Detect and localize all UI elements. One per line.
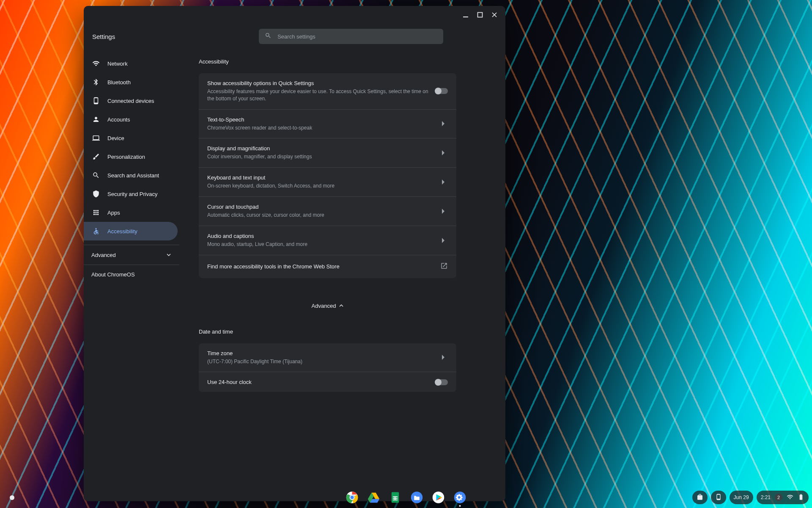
- row-title: Find more accessibility tools in the Chr…: [207, 263, 340, 270]
- sidebar-item-about[interactable]: About ChromeOS: [84, 265, 179, 284]
- row-keyboard-text-input[interactable]: Keyboard and text input On-screen keyboa…: [199, 168, 456, 197]
- sidebar-advanced-toggle[interactable]: Advanced: [84, 245, 179, 265]
- section-title-accessibility: Accessibility: [199, 58, 456, 65]
- accessibility-icon: [92, 227, 100, 235]
- advanced-section-toggle[interactable]: Advanced: [199, 303, 456, 309]
- apps-icon: [92, 209, 100, 216]
- row-title: Text-to-Speech: [207, 116, 312, 123]
- launcher-button[interactable]: [5, 491, 19, 504]
- row-title: Time zone: [207, 350, 302, 356]
- sidebar-item-accounts[interactable]: Accounts: [84, 110, 178, 129]
- chevron-right-icon: [439, 178, 448, 186]
- sidebar-item-label: Accessibility: [107, 228, 137, 235]
- app-google-drive[interactable]: [367, 491, 381, 504]
- chevron-up-icon: [339, 303, 343, 309]
- search-input[interactable]: [277, 33, 437, 40]
- sidebar-about-label: About ChromeOS: [91, 271, 135, 278]
- settings-main: Accessibility Show accessibility options…: [179, 49, 505, 501]
- launcher-icon: [10, 495, 14, 500]
- search-icon: [92, 171, 100, 179]
- svg-rect-1: [478, 13, 483, 17]
- window-maximize-button[interactable]: [476, 11, 484, 19]
- window-close-button[interactable]: [490, 11, 499, 19]
- row-subtitle: Automatic clicks, cursor size, cursor co…: [207, 212, 324, 219]
- search-bar[interactable]: [259, 29, 443, 44]
- app-settings[interactable]: [453, 491, 467, 504]
- row-subtitle: Accessibility features make your device …: [207, 88, 431, 102]
- shield-icon: [92, 190, 100, 198]
- sidebar-item-label: Device: [107, 135, 124, 141]
- row-show-accessibility-options[interactable]: Show accessibility options in Quick Sett…: [199, 73, 456, 110]
- row-chrome-webstore-link[interactable]: Find more accessibility tools in the Chr…: [199, 255, 456, 278]
- sidebar-advanced-label: Advanced: [91, 252, 116, 258]
- battery-icon: [798, 494, 804, 502]
- notification-badge: 2: [775, 494, 782, 501]
- app-play-store[interactable]: [432, 491, 445, 504]
- accessibility-card: Show accessibility options in Quick Sett…: [199, 73, 456, 278]
- app-chrome[interactable]: [346, 491, 359, 504]
- wifi-icon: [787, 494, 793, 502]
- settings-header: Settings: [84, 24, 505, 49]
- svg-point-2: [96, 228, 97, 229]
- sidebar-item-bluetooth[interactable]: Bluetooth: [84, 73, 178, 91]
- sidebar-item-search-assistant[interactable]: Search and Assistant: [84, 166, 178, 185]
- sidebar-item-accessibility[interactable]: Accessibility: [84, 222, 178, 240]
- row-display-magnification[interactable]: Display and magnification Color inversio…: [199, 138, 456, 168]
- toggle-show-accessibility[interactable]: [435, 88, 448, 94]
- person-icon: [92, 116, 100, 123]
- sidebar-item-network[interactable]: Network: [84, 54, 178, 73]
- external-link-icon: [440, 262, 448, 271]
- shelf-pinned-apps: [346, 491, 467, 504]
- tray-calendar[interactable]: Jun 29: [730, 491, 753, 504]
- bluetooth-icon: [92, 78, 100, 86]
- tray-phone-hub[interactable]: [711, 491, 726, 504]
- row-title: Cursor and touchpad: [207, 204, 324, 210]
- toggle-24h-clock[interactable]: [435, 379, 448, 385]
- phone-icon: [92, 97, 100, 105]
- row-subtitle: ChromeVox screen reader and select-to-sp…: [207, 124, 312, 132]
- time-label: 2:21: [761, 494, 771, 500]
- row-text-to-speech[interactable]: Text-to-Speech ChromeVox screen reader a…: [199, 110, 456, 139]
- datetime-card: Time zone (UTC-7:00) Pacific Daylight Ti…: [199, 343, 456, 392]
- row-cursor-touchpad[interactable]: Cursor and touchpad Automatic clicks, cu…: [199, 197, 456, 226]
- advanced-label: Advanced: [312, 303, 336, 309]
- chevron-right-icon: [439, 353, 448, 362]
- row-24h-clock[interactable]: Use 24-hour clock: [199, 372, 456, 392]
- row-timezone[interactable]: Time zone (UTC-7:00) Pacific Daylight Ti…: [199, 343, 456, 373]
- settings-body: Network Bluetooth Connected devices Acco…: [84, 49, 505, 501]
- sidebar-item-label: Personalization: [107, 154, 145, 160]
- app-title: Settings: [92, 33, 115, 40]
- sidebar-item-connected-devices[interactable]: Connected devices: [84, 91, 178, 110]
- sidebar-item-device[interactable]: Device: [84, 129, 178, 147]
- shelf-status-area: Jun 29 2:21 2: [692, 491, 809, 504]
- chromeos-shelf: Jun 29 2:21 2: [0, 487, 812, 508]
- date-label: Jun 29: [734, 494, 749, 500]
- row-title: Show accessibility options in Quick Sett…: [207, 80, 431, 86]
- sidebar-item-apps[interactable]: Apps: [84, 203, 178, 222]
- wifi-icon: [92, 60, 100, 67]
- sidebar-item-security-privacy[interactable]: Security and Privacy: [84, 185, 178, 203]
- sidebar-item-label: Accounts: [107, 116, 130, 123]
- chevron-right-icon: [439, 207, 448, 215]
- tray-tote[interactable]: [692, 491, 708, 504]
- svg-point-6: [350, 495, 354, 500]
- window-minimize-button[interactable]: [461, 11, 470, 19]
- row-audio-captions[interactable]: Audio and captions Mono audio, startup, …: [199, 226, 456, 255]
- row-subtitle: On-screen keyboard, dictation, Switch Ac…: [207, 182, 335, 190]
- row-title: Audio and captions: [207, 233, 307, 239]
- row-subtitle: Mono audio, startup, Live Caption, and m…: [207, 241, 307, 248]
- chevron-right-icon: [439, 236, 448, 245]
- row-subtitle: (UTC-7:00) Pacific Daylight Time (Tijuan…: [207, 358, 302, 365]
- app-files[interactable]: [410, 491, 424, 504]
- tray-status[interactable]: 2:21 2: [757, 491, 809, 504]
- sidebar-item-label: Network: [107, 61, 128, 67]
- sidebar-item-personalization[interactable]: Personalization: [84, 147, 178, 166]
- laptop-icon: [92, 134, 100, 142]
- app-google-sheets[interactable]: [389, 491, 402, 504]
- sidebar-item-label: Search and Assistant: [107, 172, 159, 179]
- svg-rect-0: [463, 17, 468, 17]
- svg-rect-11: [395, 497, 395, 500]
- row-title: Display and magnification: [207, 145, 312, 152]
- chevron-right-icon: [439, 149, 448, 157]
- phone-icon: [715, 494, 722, 502]
